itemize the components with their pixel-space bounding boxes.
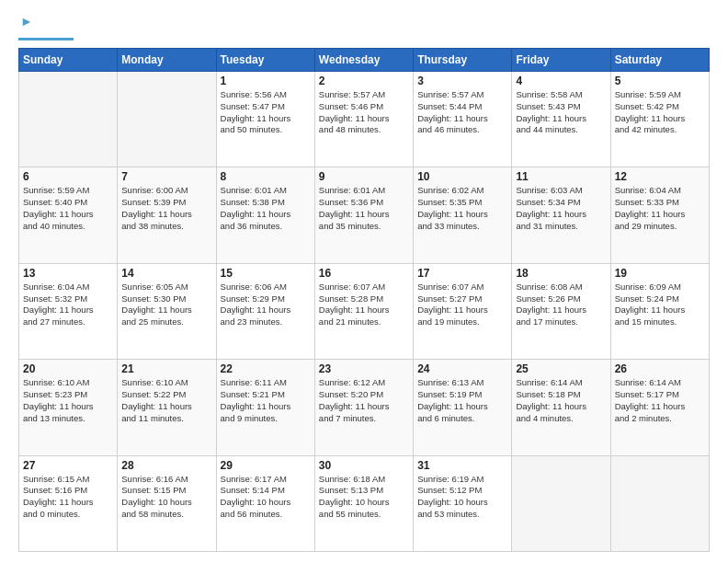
- calendar-header-tuesday: Tuesday: [216, 49, 314, 72]
- day-number: 23: [319, 362, 409, 375]
- day-number: 25: [516, 362, 606, 375]
- day-info: Sunrise: 6:02 AM Sunset: 5:35 PM Dayligh…: [417, 185, 507, 232]
- day-info: Sunrise: 6:07 AM Sunset: 5:28 PM Dayligh…: [319, 282, 409, 328]
- calendar-cell: 23Sunrise: 6:12 AM Sunset: 5:20 PM Dayli…: [314, 360, 413, 455]
- day-number: 8: [221, 170, 311, 183]
- calendar-cell: 3Sunrise: 5:57 AM Sunset: 5:44 PM Daylig…: [414, 72, 512, 167]
- day-info: Sunrise: 6:13 AM Sunset: 5:19 PM Dayligh…: [417, 377, 507, 424]
- day-info: Sunrise: 6:12 AM Sunset: 5:20 PM Dayligh…: [319, 377, 409, 424]
- calendar-week-0: 1Sunrise: 5:56 AM Sunset: 5:47 PM Daylig…: [19, 72, 710, 167]
- calendar-week-1: 6Sunrise: 5:59 AM Sunset: 5:40 PM Daylig…: [19, 167, 710, 263]
- day-number: 4: [516, 75, 606, 87]
- calendar-cell: 21Sunrise: 6:10 AM Sunset: 5:22 PM Dayli…: [118, 360, 216, 455]
- calendar-header-wednesday: Wednesday: [314, 49, 413, 72]
- day-info: Sunrise: 6:01 AM Sunset: 5:38 PM Dayligh…: [221, 185, 311, 232]
- day-info: Sunrise: 6:04 AM Sunset: 5:33 PM Dayligh…: [615, 185, 705, 232]
- calendar-cell: 31Sunrise: 6:19 AM Sunset: 5:12 PM Dayli…: [414, 455, 512, 551]
- day-number: 7: [121, 170, 211, 183]
- day-info: Sunrise: 5:56 AM Sunset: 5:47 PM Dayligh…: [221, 89, 311, 136]
- day-info: Sunrise: 6:10 AM Sunset: 5:22 PM Dayligh…: [121, 377, 211, 424]
- day-info: Sunrise: 5:59 AM Sunset: 5:40 PM Dayligh…: [23, 185, 113, 232]
- day-info: Sunrise: 6:06 AM Sunset: 5:29 PM Dayligh…: [221, 282, 311, 328]
- calendar-header-thursday: Thursday: [414, 49, 512, 72]
- calendar-cell: 22Sunrise: 6:11 AM Sunset: 5:21 PM Dayli…: [216, 360, 314, 455]
- calendar-cell: 26Sunrise: 6:14 AM Sunset: 5:17 PM Dayli…: [610, 360, 709, 455]
- day-number: 9: [319, 170, 409, 183]
- calendar-cell: 19Sunrise: 6:09 AM Sunset: 5:24 PM Dayli…: [610, 263, 709, 359]
- calendar-cell: 2Sunrise: 5:57 AM Sunset: 5:46 PM Daylig…: [314, 72, 413, 167]
- day-number: 26: [615, 362, 705, 375]
- header: ►: [18, 15, 710, 40]
- logo-icon: ►: [20, 14, 33, 29]
- calendar-cell: 10Sunrise: 6:02 AM Sunset: 5:35 PM Dayli…: [414, 167, 512, 263]
- calendar-cell: [118, 72, 216, 167]
- day-number: 28: [121, 459, 211, 472]
- calendar-cell: [512, 455, 610, 551]
- calendar-cell: 17Sunrise: 6:07 AM Sunset: 5:27 PM Dayli…: [414, 263, 512, 359]
- day-number: 29: [221, 459, 311, 472]
- logo-text: ►: [18, 15, 33, 35]
- calendar-week-3: 20Sunrise: 6:10 AM Sunset: 5:23 PM Dayli…: [19, 360, 710, 455]
- calendar-header-friday: Friday: [512, 49, 610, 72]
- day-info: Sunrise: 6:09 AM Sunset: 5:24 PM Dayligh…: [615, 282, 705, 328]
- day-number: 13: [23, 267, 113, 280]
- calendar-table: SundayMondayTuesdayWednesdayThursdayFrid…: [18, 48, 710, 552]
- day-info: Sunrise: 6:10 AM Sunset: 5:23 PM Dayligh…: [23, 377, 113, 424]
- calendar-cell: 25Sunrise: 6:14 AM Sunset: 5:18 PM Dayli…: [512, 360, 610, 455]
- calendar-cell: 8Sunrise: 6:01 AM Sunset: 5:38 PM Daylig…: [216, 167, 314, 263]
- day-number: 12: [615, 170, 705, 183]
- day-number: 15: [221, 267, 311, 280]
- calendar-cell: 29Sunrise: 6:17 AM Sunset: 5:14 PM Dayli…: [216, 455, 314, 551]
- day-info: Sunrise: 6:16 AM Sunset: 5:15 PM Dayligh…: [121, 474, 211, 521]
- calendar-cell: 12Sunrise: 6:04 AM Sunset: 5:33 PM Dayli…: [610, 167, 709, 263]
- day-info: Sunrise: 6:07 AM Sunset: 5:27 PM Dayligh…: [417, 282, 507, 328]
- calendar-cell: 13Sunrise: 6:04 AM Sunset: 5:32 PM Dayli…: [19, 263, 118, 359]
- calendar-cell: [19, 72, 118, 167]
- day-info: Sunrise: 6:01 AM Sunset: 5:36 PM Dayligh…: [319, 185, 409, 232]
- calendar-header-saturday: Saturday: [610, 49, 709, 72]
- day-info: Sunrise: 6:03 AM Sunset: 5:34 PM Dayligh…: [516, 185, 606, 232]
- day-number: 24: [417, 362, 507, 375]
- day-number: 1: [221, 75, 311, 87]
- calendar-cell: 11Sunrise: 6:03 AM Sunset: 5:34 PM Dayli…: [512, 167, 610, 263]
- day-number: 20: [23, 362, 113, 375]
- day-info: Sunrise: 6:15 AM Sunset: 5:16 PM Dayligh…: [23, 474, 113, 521]
- day-info: Sunrise: 5:59 AM Sunset: 5:42 PM Dayligh…: [615, 89, 705, 136]
- day-number: 21: [121, 362, 211, 375]
- day-info: Sunrise: 6:05 AM Sunset: 5:30 PM Dayligh…: [121, 282, 211, 328]
- day-number: 14: [121, 267, 211, 280]
- day-info: Sunrise: 6:11 AM Sunset: 5:21 PM Dayligh…: [221, 377, 311, 424]
- calendar-cell: 20Sunrise: 6:10 AM Sunset: 5:23 PM Dayli…: [19, 360, 118, 455]
- day-info: Sunrise: 6:19 AM Sunset: 5:12 PM Dayligh…: [417, 474, 507, 521]
- day-number: 31: [417, 459, 507, 472]
- calendar-cell: 5Sunrise: 5:59 AM Sunset: 5:42 PM Daylig…: [610, 72, 709, 167]
- calendar-cell: [610, 455, 709, 551]
- calendar-cell: 9Sunrise: 6:01 AM Sunset: 5:36 PM Daylig…: [314, 167, 413, 263]
- day-number: 27: [23, 459, 113, 472]
- day-info: Sunrise: 5:58 AM Sunset: 5:43 PM Dayligh…: [516, 89, 606, 136]
- day-number: 2: [319, 75, 409, 87]
- day-number: 19: [615, 267, 705, 280]
- calendar-cell: 24Sunrise: 6:13 AM Sunset: 5:19 PM Dayli…: [414, 360, 512, 455]
- day-info: Sunrise: 6:08 AM Sunset: 5:26 PM Dayligh…: [516, 282, 606, 328]
- calendar-week-2: 13Sunrise: 6:04 AM Sunset: 5:32 PM Dayli…: [19, 263, 710, 359]
- calendar-cell: 4Sunrise: 5:58 AM Sunset: 5:43 PM Daylig…: [512, 72, 610, 167]
- page: ► SundayMondayTuesdayWednesdayThursdayFr…: [0, 0, 728, 563]
- calendar-cell: 6Sunrise: 5:59 AM Sunset: 5:40 PM Daylig…: [19, 167, 118, 263]
- calendar-cell: 15Sunrise: 6:06 AM Sunset: 5:29 PM Dayli…: [216, 263, 314, 359]
- day-number: 10: [417, 170, 507, 183]
- calendar-header-row: SundayMondayTuesdayWednesdayThursdayFrid…: [19, 49, 710, 72]
- day-info: Sunrise: 5:57 AM Sunset: 5:44 PM Dayligh…: [417, 89, 507, 136]
- day-number: 5: [615, 75, 705, 87]
- day-number: 30: [319, 459, 409, 472]
- calendar-cell: 7Sunrise: 6:00 AM Sunset: 5:39 PM Daylig…: [118, 167, 216, 263]
- calendar-header-sunday: Sunday: [19, 49, 118, 72]
- day-info: Sunrise: 6:14 AM Sunset: 5:18 PM Dayligh…: [516, 377, 606, 424]
- calendar-cell: 18Sunrise: 6:08 AM Sunset: 5:26 PM Dayli…: [512, 263, 610, 359]
- logo: ►: [18, 15, 74, 40]
- calendar-cell: 28Sunrise: 6:16 AM Sunset: 5:15 PM Dayli…: [118, 455, 216, 551]
- day-number: 3: [417, 75, 507, 87]
- day-info: Sunrise: 6:18 AM Sunset: 5:13 PM Dayligh…: [319, 474, 409, 521]
- day-info: Sunrise: 5:57 AM Sunset: 5:46 PM Dayligh…: [319, 89, 409, 136]
- calendar-cell: 14Sunrise: 6:05 AM Sunset: 5:30 PM Dayli…: [118, 263, 216, 359]
